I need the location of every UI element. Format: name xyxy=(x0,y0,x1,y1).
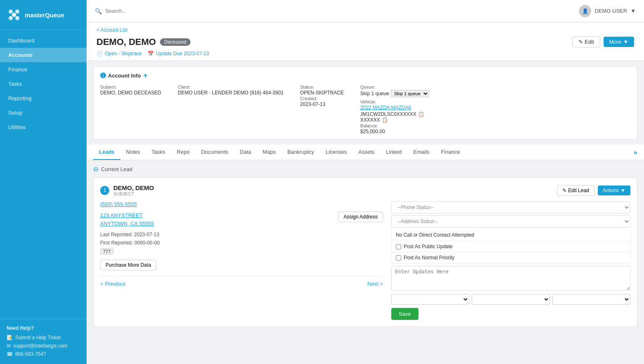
plus-circle-icon[interactable]: ➊ xyxy=(100,72,106,80)
address-line2[interactable]: ANYTOWN, CA 55555 xyxy=(100,220,154,228)
account-name: DEMO, DEMO xyxy=(96,37,156,47)
open-skiptrace-link[interactable]: 📄 Open - Skiptrace xyxy=(96,51,142,56)
mini-select-2[interactable] xyxy=(472,294,550,305)
tab-bankruptcy[interactable]: Bankruptcy xyxy=(282,145,320,160)
search-icon: 🔍 xyxy=(95,8,102,14)
account-info-title: ➊ Account Info + xyxy=(100,71,630,80)
assign-address-button[interactable]: Assign Address xyxy=(338,211,383,222)
update-due-link[interactable]: 📅 Update Due 2023-07-13 xyxy=(148,51,209,56)
lead-card: 1 DEMO, DEMO SUBJECT ✎ Edit Lead Actions xyxy=(93,177,637,327)
page-header: < Account List DEMO, DEMO Deceased ✎ Edi… xyxy=(87,22,644,61)
lead-two-col: (555) 555-5555 123 ANYSTREET ANYTOWN, CA… xyxy=(100,201,630,320)
address-area: 123 ANYSTREET ANYTOWN, CA 55555 xyxy=(100,211,154,228)
queue-select[interactable]: Skip 1 queue xyxy=(391,90,429,97)
no-call-option: No Call or Direct Contact Attempted xyxy=(391,229,630,241)
add-button[interactable]: + xyxy=(143,71,148,80)
normal-priority-checkbox[interactable] xyxy=(396,255,401,261)
client-info: Client: DEMO USER - LENDER DEMO (916) 46… xyxy=(178,84,284,134)
balance-value: $25,000.00 xyxy=(360,129,429,134)
mini-select-1[interactable] xyxy=(391,294,469,305)
topbar: 🔍 👤 DEMO USER ▼ xyxy=(87,0,644,22)
collapse-lead-icon[interactable]: ⊖ xyxy=(93,165,99,173)
tab-assets[interactable]: Assets xyxy=(353,145,380,160)
file-icon: 📄 xyxy=(96,51,103,56)
sidebar-item-tasks[interactable]: Tasks xyxy=(0,77,87,91)
lead-left: (555) 555-5555 123 ANYSTREET ANYTOWN, CA… xyxy=(100,201,383,320)
tab-notes[interactable]: Notes xyxy=(120,145,146,160)
tab-finance[interactable]: Finance xyxy=(435,145,466,160)
save-button[interactable]: Save xyxy=(391,308,418,320)
tab-more-button[interactable]: » xyxy=(634,149,637,156)
lead-name-area: DEMO, DEMO SUBJECT xyxy=(113,184,154,196)
address-status-select[interactable]: --Address Status-- xyxy=(391,215,630,228)
edit-button[interactable]: ✎ Edit xyxy=(572,36,600,47)
edit-lead-icon: ✎ xyxy=(562,188,566,193)
user-avatar: 👤 xyxy=(579,5,591,17)
help-email[interactable]: ✉ support@intellaegis.com xyxy=(7,342,80,350)
sidebar-item-setup[interactable]: Setup xyxy=(0,106,87,120)
tabs-list: Leads Notes Tasks Repo Documents Data Ma… xyxy=(93,145,466,160)
chevron-down-icon: ▼ xyxy=(620,188,625,193)
public-update-label: Post As Public Update xyxy=(404,244,453,249)
nav-prev-next: < Previous Next > xyxy=(100,276,383,287)
next-link[interactable]: Next > xyxy=(367,281,383,287)
lead-card-header: 1 DEMO, DEMO SUBJECT ✎ Edit Lead Actions xyxy=(100,184,630,196)
phone-status-select[interactable]: --Phone Status-- xyxy=(391,201,630,214)
vin-masked: XXXXXX xyxy=(360,117,380,123)
lead-actions: ✎ Edit Lead Actions ▼ xyxy=(557,185,630,196)
user-info[interactable]: 👤 DEMO USER ▼ xyxy=(579,5,636,17)
tab-repo[interactable]: Repo xyxy=(171,145,195,160)
help-email-label: support@intellaegis.com xyxy=(13,343,68,349)
svg-point-2 xyxy=(9,16,13,20)
updates-textarea[interactable] xyxy=(391,266,630,291)
tab-leads[interactable]: Leads xyxy=(93,145,120,160)
breadcrumb[interactable]: < Account List xyxy=(96,27,634,33)
account-info-section: ➊ Account Info + Subject: DEMO, DEMO DEC… xyxy=(93,66,637,140)
help-ticket[interactable]: 📝 Submit a Help Ticket xyxy=(7,333,80,342)
inline-badge: 777 xyxy=(100,248,113,255)
tab-licenses[interactable]: Licenses xyxy=(320,145,353,160)
address-row: 123 ANYSTREET ANYTOWN, CA 55555 Assign A… xyxy=(100,211,383,228)
sidebar-logo: masterQueue xyxy=(0,0,87,30)
help-title: Need Help? xyxy=(7,325,80,331)
tab-emails[interactable]: Emails xyxy=(408,145,435,160)
sidebar-item-accounts[interactable]: Accounts xyxy=(0,48,87,62)
actions-button[interactable]: Actions ▼ xyxy=(598,186,630,195)
tab-linked[interactable]: Linked xyxy=(380,145,407,160)
main-content: 🔍 👤 DEMO USER ▼ < Account List DEMO, DEM… xyxy=(87,0,644,364)
tab-documents[interactable]: Documents xyxy=(195,145,234,160)
address-line1[interactable]: 123 ANYSTREET xyxy=(100,211,154,220)
subject-info: Subject: DEMO, DEMO DECEASED xyxy=(100,84,161,134)
phone-link[interactable]: (555) 555-5555 xyxy=(100,201,383,207)
copy-masked-icon[interactable]: 📋 xyxy=(382,117,388,123)
svg-point-1 xyxy=(15,9,19,14)
edit-lead-button[interactable]: ✎ Edit Lead xyxy=(557,185,595,196)
tab-maps[interactable]: Maps xyxy=(257,145,282,160)
vin-value: JM1CW2DLSC0XXXXXX xyxy=(360,111,416,117)
sidebar-item-utilities[interactable]: Utilities xyxy=(0,120,87,134)
vehicle-link[interactable]: 2022 MAZDA MAZDA6 xyxy=(360,105,411,110)
calendar-icon: 📅 xyxy=(148,51,154,56)
ticket-icon: 📝 xyxy=(7,335,13,341)
email-icon: ✉ xyxy=(7,343,11,349)
lead-name: DEMO, DEMO xyxy=(113,184,154,191)
sidebar-item-finance[interactable]: Finance xyxy=(0,62,87,77)
prev-link[interactable]: < Previous xyxy=(100,281,126,287)
more-button[interactable]: More ▼ xyxy=(604,37,635,47)
sidebar-item-dashboard[interactable]: Dashboard xyxy=(0,33,87,48)
help-phone[interactable]: ☎ 866-563-7547 xyxy=(7,350,80,358)
search-input[interactable] xyxy=(105,8,188,14)
tab-data[interactable]: Data xyxy=(234,145,257,160)
purchase-more-button[interactable]: Purchase More Data xyxy=(100,260,156,270)
sidebar-item-reporting[interactable]: Reporting xyxy=(0,91,87,106)
app-name: masterQueue xyxy=(25,12,64,19)
svg-point-4 xyxy=(12,13,16,17)
copy-vin-icon[interactable]: 📋 xyxy=(418,111,424,117)
public-update-checkbox[interactable] xyxy=(396,244,401,249)
mini-select-3[interactable] xyxy=(552,294,630,305)
tab-tasks[interactable]: Tasks xyxy=(146,145,171,160)
client-value: DEMO USER - LENDER DEMO (916) 464-3901 xyxy=(178,90,284,96)
help-phone-label: 866-563-7547 xyxy=(15,351,46,357)
public-update-row: Post As Public Update xyxy=(391,241,630,252)
tabs-bar: Leads Notes Tasks Repo Documents Data Ma… xyxy=(87,145,644,160)
